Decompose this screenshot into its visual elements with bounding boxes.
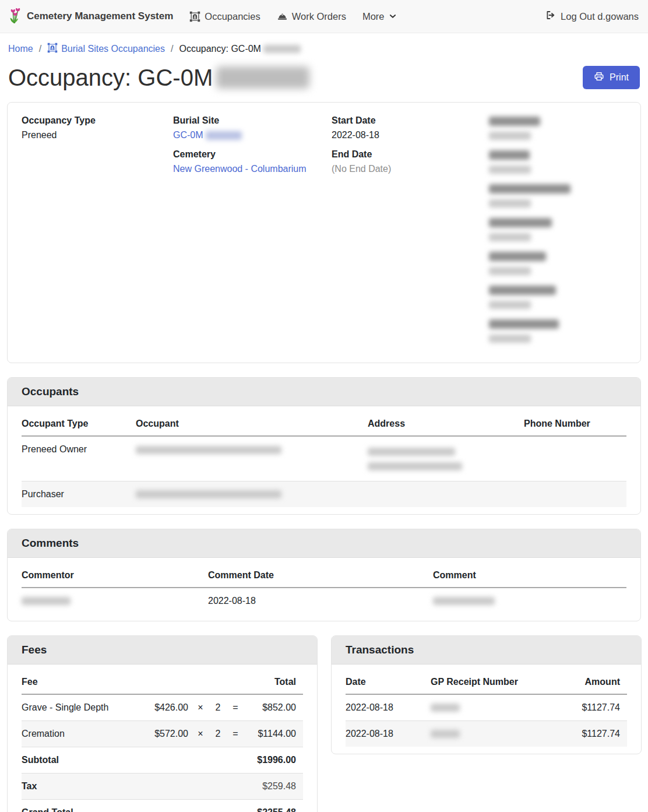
redacted-occupant-name: [136, 446, 281, 454]
fee-total-cell: $852.00: [248, 694, 303, 721]
cemetery-label: Cemetery: [173, 149, 332, 160]
fee-unit-cell: $426.00: [137, 694, 195, 721]
table-row: 2022-08-18 $1127.74: [346, 694, 627, 721]
breadcrumb-occupancies-label: Burial Sites Occupancies: [61, 44, 165, 54]
fee-qty-cell: 2: [213, 694, 230, 721]
comments-card: Comments Commentor Comment Date Comment …: [7, 529, 641, 621]
breadcrumb: Home / Burial Sites Occupancies / Occupa…: [0, 33, 648, 55]
nav-label-work-orders: Work Orders: [292, 11, 346, 22]
table-row: Grave - Single Depth $426.00 × 2 = $852.…: [22, 694, 303, 721]
redacted-comment: [433, 597, 495, 605]
details-col-3: Start Date 2022-08-18 End Date (No End D…: [332, 115, 489, 352]
tombstone-icon: [189, 11, 200, 22]
redacted-title-id: [216, 66, 309, 89]
redacted-field: [489, 149, 626, 174]
comment-cell: [433, 588, 626, 614]
phone-header: Phone Number: [524, 411, 626, 436]
comment-date-cell: 2022-08-18: [208, 588, 433, 614]
phone-cell: [524, 481, 626, 507]
tax-label: Tax: [22, 773, 248, 799]
cemetery-link[interactable]: New Greenwood - Columbarium: [173, 164, 307, 174]
details-grid: Occupancy Type Preneed Burial Site GC-0M…: [8, 103, 640, 363]
redacted-receipt-number: [431, 730, 460, 738]
breadcrumb-separator: /: [39, 44, 41, 54]
redacted-occupant-name: [136, 490, 281, 498]
breadcrumb-current: Occupancy: GC-0M: [179, 44, 300, 54]
nav-item-more[interactable]: More: [362, 11, 397, 22]
occupant-header: Occupant: [136, 411, 368, 436]
occupants-title: Occupants: [8, 378, 640, 406]
nav-item-occupancies[interactable]: Occupancies: [189, 11, 260, 22]
occupant-type-header: Occupant Type: [22, 411, 136, 436]
start-date-label: Start Date: [332, 115, 489, 126]
redacted-commentor: [22, 597, 71, 605]
app-title: Cemetery Management System: [27, 10, 173, 22]
occupants-card: Occupants Occupant Type Occupant Address…: [7, 377, 641, 515]
transactions-title: Transactions: [332, 636, 641, 665]
redacted-field: [489, 217, 626, 242]
burial-site-field: Burial Site GC-0M: [173, 115, 332, 140]
subtotal-row: Subtotal $1996.00: [22, 747, 303, 773]
fee-total-cell: $1144.00: [248, 720, 303, 747]
occupancy-type-value: Preneed: [22, 130, 173, 140]
transactions-table: Date GP Receipt Number Amount 2022-08-18…: [346, 669, 627, 747]
redacted-field: [489, 115, 626, 140]
end-date-value: (No End Date): [332, 164, 489, 174]
logout-button[interactable]: Log Out d.gowans: [545, 10, 639, 23]
app-brand[interactable]: Cemetery Management System: [8, 6, 173, 27]
comments-title: Comments: [8, 529, 640, 558]
fee-unit-cell: $572.00: [137, 720, 195, 747]
fee-equals-cell: =: [230, 694, 248, 721]
address-header: Address: [368, 411, 524, 436]
details-col-1: Occupancy Type Preneed: [22, 115, 173, 352]
subtotal-value: $1996.00: [248, 747, 303, 773]
grand-total-value: $2255.48: [248, 799, 303, 812]
occupancy-details-card: Occupancy Type Preneed Burial Site GC-0M…: [7, 102, 641, 363]
transaction-date-cell: 2022-08-18: [346, 720, 431, 747]
print-button[interactable]: Print: [583, 66, 640, 89]
redacted-receipt-number: [431, 704, 460, 712]
commentor-cell: [22, 588, 208, 614]
end-date-label: End Date: [332, 149, 489, 160]
redacted-field: [489, 284, 626, 310]
occupancy-type-field: Occupancy Type Preneed: [22, 115, 173, 140]
receipt-header: GP Receipt Number: [431, 669, 563, 694]
burial-site-label: Burial Site: [173, 115, 332, 126]
amount-cell: $1127.74: [563, 694, 627, 721]
occupant-type-cell: Purchaser: [22, 481, 136, 507]
details-col-4-redacted: [489, 115, 626, 352]
fee-times-cell: ×: [195, 694, 213, 721]
hardhat-icon: [277, 11, 288, 22]
nav-item-work-orders[interactable]: Work Orders: [277, 11, 346, 22]
comment-header: Comment: [433, 563, 626, 588]
comment-date-header: Comment Date: [208, 563, 433, 588]
occupancy-type-label: Occupancy Type: [22, 115, 173, 126]
phone-cell: [524, 436, 626, 481]
burial-site-link[interactable]: GC-0M: [173, 130, 203, 140]
table-row: Preneed Owner: [22, 436, 626, 481]
redacted-field: [489, 318, 626, 343]
address-cell: [368, 436, 524, 481]
fee-header: Fee: [22, 669, 137, 694]
redacted-address-line: [368, 448, 455, 456]
redacted-field: [489, 251, 626, 276]
transaction-date-cell: 2022-08-18: [346, 694, 431, 721]
tombstone-icon: [47, 43, 58, 55]
sign-out-icon: [545, 10, 556, 23]
redacted-address-line: [368, 462, 462, 470]
cemetery-field: Cemetery New Greenwood - Columbarium: [173, 149, 332, 174]
comments-table: Commentor Comment Date Comment 2022-08-1…: [22, 563, 626, 614]
details-col-2: Burial Site GC-0M Cemetery New Greenwood…: [173, 115, 332, 352]
receipt-cell: [431, 694, 563, 721]
amount-cell: $1127.74: [563, 720, 627, 747]
breadcrumb-occupancies-link[interactable]: Burial Sites Occupancies: [47, 43, 165, 55]
occupant-type-cell: Preneed Owner: [22, 436, 136, 481]
breadcrumb-home-link[interactable]: Home: [8, 44, 33, 54]
amount-header: Amount: [563, 669, 627, 694]
redacted-breadcrumb-id: [263, 45, 301, 53]
fee-name-cell: Cremation: [22, 720, 137, 747]
start-date-field: Start Date 2022-08-18: [332, 115, 489, 140]
page-title: Occupancy: GC-0M: [8, 64, 309, 92]
chevron-down-icon: [389, 12, 397, 20]
logout-label: Log Out d.gowans: [561, 11, 639, 22]
